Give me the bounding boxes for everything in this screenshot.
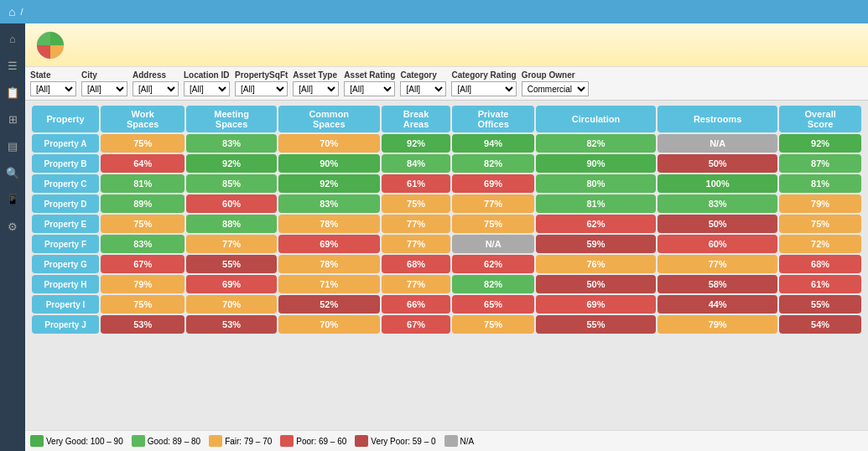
property-name: Property H xyxy=(32,275,99,293)
data-cell: 75% xyxy=(452,315,534,334)
home-icon[interactable]: ⌂ xyxy=(8,5,15,18)
filter-label: Location ID xyxy=(184,70,230,80)
filter-select-group-owner[interactable]: Commercial xyxy=(522,81,589,96)
data-cell: 59% xyxy=(536,235,656,253)
column-header-circulation: Circulation xyxy=(536,106,656,132)
data-cell: 81% xyxy=(101,174,185,193)
data-cell: 79% xyxy=(101,275,185,293)
pie-chart-icon xyxy=(35,30,65,60)
filter-group-asset-rating: Asset Rating[All] xyxy=(344,70,395,96)
table-row: Property G67%55%78%68%62%76%77%68% xyxy=(32,255,861,273)
data-cell: 61% xyxy=(779,275,861,293)
sidebar-icon-clipboard[interactable]: 📋 xyxy=(3,82,23,102)
legend-label: Very Good: 100 – 90 xyxy=(46,437,123,446)
filter-select-state[interactable]: [All] xyxy=(30,81,76,96)
data-cell: 76% xyxy=(536,255,656,273)
filter-select-asset-rating[interactable]: [All] xyxy=(344,81,395,96)
data-cell: 92% xyxy=(278,174,380,193)
data-cell: 83% xyxy=(101,235,185,253)
data-cell: 90% xyxy=(278,154,380,173)
table-row: Property D89%60%83%75%77%81%83%79% xyxy=(32,194,861,213)
legend-label: Fair: 79 – 70 xyxy=(225,437,272,446)
data-cell: 75% xyxy=(382,194,451,213)
data-cell: 50% xyxy=(657,215,777,233)
data-cell: 50% xyxy=(657,154,777,173)
table-row: Property J53%53%70%67%75%55%79%54% xyxy=(32,315,861,334)
top-bar: ⌂ / xyxy=(0,0,868,23)
data-cell: 65% xyxy=(452,295,534,314)
sidebar-icon-menu[interactable]: ☰ xyxy=(3,55,23,75)
filter-select-asset-type[interactable]: [All] xyxy=(293,81,339,96)
data-cell: 81% xyxy=(536,194,656,213)
property-name: Property A xyxy=(32,134,99,153)
table-row: Property H79%69%71%77%82%50%58%61% xyxy=(32,275,861,293)
legend-label: Poor: 69 – 60 xyxy=(296,437,346,446)
filter-select-category[interactable]: [All] xyxy=(400,81,446,96)
data-cell: 54% xyxy=(779,315,861,334)
table-row: Property E75%88%78%77%75%62%50%75% xyxy=(32,215,861,233)
property-name: Property D xyxy=(32,194,99,213)
data-cell: 50% xyxy=(536,275,656,293)
table-row: Property F83%77%69%77%N/A59%60%72% xyxy=(32,235,861,253)
column-header-work-spaces: WorkSpaces xyxy=(101,106,185,132)
filter-label: City xyxy=(81,70,127,80)
filter-label: Asset Type xyxy=(293,70,339,80)
data-cell: 71% xyxy=(278,275,380,293)
property-name: Property G xyxy=(32,255,99,273)
property-name: Property B xyxy=(32,154,99,173)
data-cell: 83% xyxy=(278,194,380,213)
data-cell: 83% xyxy=(186,134,276,153)
property-name: Property F xyxy=(32,235,99,253)
data-cell: 58% xyxy=(657,275,777,293)
legend-label: N/A xyxy=(460,437,475,446)
legend: Very Good: 100 – 90Good: 89 – 80Fair: 79… xyxy=(25,430,868,451)
filter-label: State xyxy=(30,70,76,80)
data-cell: 80% xyxy=(536,174,656,193)
filter-select-category-rating[interactable]: [All] xyxy=(451,81,516,96)
filter-label: Category xyxy=(400,70,446,80)
data-cell: 53% xyxy=(186,315,276,334)
sidebar-icon-grid[interactable]: ⊞ xyxy=(3,109,23,129)
sidebar-icon-chart[interactable]: ▤ xyxy=(3,136,23,156)
column-header-meeting-spaces: MeetingSpaces xyxy=(186,106,276,132)
data-table: PropertyWorkSpacesMeetingSpacesCommonSpa… xyxy=(30,104,863,335)
header-banner xyxy=(25,23,868,67)
sidebar-icon-home[interactable]: ⌂ xyxy=(3,29,23,49)
sidebar-icon-mobile[interactable]: 📱 xyxy=(3,189,23,210)
column-header-overall-score: OverallScore xyxy=(779,106,861,132)
data-cell: N/A xyxy=(452,235,534,253)
filters-row: State[All]City[All]Address[All]Location … xyxy=(25,67,868,101)
legend-color-box xyxy=(209,435,222,447)
data-cell: 92% xyxy=(779,134,861,153)
data-cell: 94% xyxy=(452,134,534,153)
filter-select-city[interactable]: [All] xyxy=(81,81,127,96)
data-cell: 60% xyxy=(186,194,276,213)
data-cell: 68% xyxy=(382,255,451,273)
legend-color-box xyxy=(132,435,145,447)
data-cell: 52% xyxy=(278,295,380,314)
column-header-common-spaces: CommonSpaces xyxy=(278,106,380,132)
legend-item: N/A xyxy=(444,435,475,447)
filter-label: Group Owner xyxy=(522,70,589,80)
data-cell: 77% xyxy=(382,215,451,233)
filter-select-propertysqft[interactable]: [All] xyxy=(235,81,288,96)
data-cell: 79% xyxy=(779,194,861,213)
legend-color-box xyxy=(280,435,294,447)
data-cell: 78% xyxy=(278,215,380,233)
filter-group-asset-type: Asset Type[All] xyxy=(293,70,339,96)
sidebar-icon-settings[interactable]: ⚙ xyxy=(3,216,23,236)
data-cell: 77% xyxy=(452,194,534,213)
data-cell: 82% xyxy=(536,134,656,153)
filter-select-address[interactable]: [All] xyxy=(133,81,179,96)
legend-label: Good: 89 – 80 xyxy=(148,437,200,446)
filter-select-location-id[interactable]: [All] xyxy=(184,81,230,96)
sidebar-icon-search[interactable]: 🔍 xyxy=(3,163,23,183)
data-cell: 72% xyxy=(779,235,861,253)
data-cell: 92% xyxy=(186,154,276,173)
filter-label: Address xyxy=(133,70,179,80)
data-cell: 77% xyxy=(382,235,451,253)
data-cell: 83% xyxy=(657,194,777,213)
legend-item: Good: 89 – 80 xyxy=(132,435,200,447)
filter-group-group-owner: Group OwnerCommercial xyxy=(522,70,589,96)
data-cell: 81% xyxy=(779,174,861,193)
